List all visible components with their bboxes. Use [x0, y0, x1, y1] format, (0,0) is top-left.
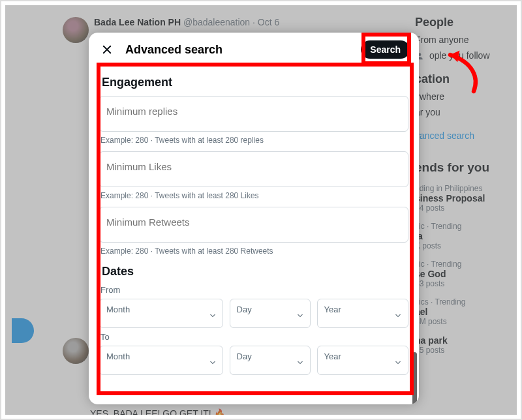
min-likes-input[interactable]: [99, 151, 408, 187]
trends-heading: ends for you: [415, 160, 508, 175]
trend-item[interactable]: nding in Philippines siness Proposal 04 …: [415, 184, 508, 213]
chevron-down-icon: [208, 357, 217, 367]
trend-item[interactable]: sic · Trending ja K posts: [415, 222, 508, 250]
from-label: From: [100, 285, 408, 295]
compose-tweet-button[interactable]: [12, 318, 34, 343]
min-retweets-hint: Example: 280 · Tweets with at least 280 …: [100, 247, 407, 256]
modal-scroll-thumb[interactable]: [412, 352, 417, 404]
chevron-down-icon: [208, 310, 217, 320]
min-replies-hint: Example: 280 · Tweets with at least 280 …: [100, 136, 407, 145]
modal-header: Advanced search Search: [89, 33, 419, 67]
search-button[interactable]: Search: [361, 40, 410, 59]
min-replies-input[interactable]: [99, 96, 408, 132]
filter-anywhere[interactable]: ywhere: [415, 89, 508, 104]
to-month-select[interactable]: Month: [99, 346, 223, 375]
filter-from-anyone[interactable]: From anyone: [415, 32, 508, 48]
to-date-row: Month Day Year: [99, 346, 408, 375]
engagement-heading: Engagement: [102, 76, 408, 89]
tweet-author-handle[interactable]: @badaleenation: [183, 17, 250, 27]
trend-item[interactable]: itics · Trending ael 3M posts: [415, 297, 508, 326]
tweet-text: YES, BADA LEE! GO GET IT! 🔥: [90, 408, 225, 415]
trend-item[interactable]: na park 25 posts: [415, 335, 508, 355]
to-label: To: [100, 332, 408, 342]
trend-item[interactable]: sic · Trending se God 43 posts: [415, 260, 508, 288]
from-day-select[interactable]: Day: [230, 299, 311, 328]
dates-heading: Dates: [102, 265, 408, 278]
chevron-down-icon: [296, 310, 305, 320]
from-month-select[interactable]: Month: [99, 299, 223, 328]
location-heading: cation: [415, 72, 508, 86]
modal-body: Engagement Example: 280 · Tweets with at…: [89, 67, 419, 404]
from-year-select[interactable]: Year: [317, 299, 408, 328]
tweet-date: Oct 6: [258, 17, 279, 27]
avatar[interactable]: [63, 17, 89, 43]
modal-title: Advanced search: [125, 43, 352, 57]
tweet-author-name[interactable]: Bada Lee Nation PH: [94, 17, 181, 27]
min-retweets-input[interactable]: [99, 207, 408, 243]
advanced-search-link[interactable]: vanced search: [415, 127, 508, 145]
chevron-down-icon: [393, 310, 403, 320]
min-likes-hint: Example: 280 · Tweets with at least 280 …: [100, 191, 407, 200]
to-year-select[interactable]: Year: [317, 346, 408, 375]
filter-near-you[interactable]: ar you: [415, 104, 508, 120]
chevron-down-icon: [296, 357, 305, 367]
right-sidebar: People From anyone ople you follow catio…: [406, 5, 517, 415]
close-icon[interactable]: [98, 40, 116, 59]
people-heading: People: [415, 16, 508, 29]
advanced-search-modal: Advanced search Search Engagement Exampl…: [89, 33, 419, 404]
from-date-row: Month Day Year: [99, 299, 408, 328]
to-day-select[interactable]: Day: [230, 346, 311, 375]
filter-people-you-follow[interactable]: ople you follow: [415, 48, 508, 63]
modal-scroll-track[interactable]: [412, 91, 417, 399]
avatar[interactable]: [63, 338, 89, 364]
chevron-down-icon: [393, 357, 403, 367]
